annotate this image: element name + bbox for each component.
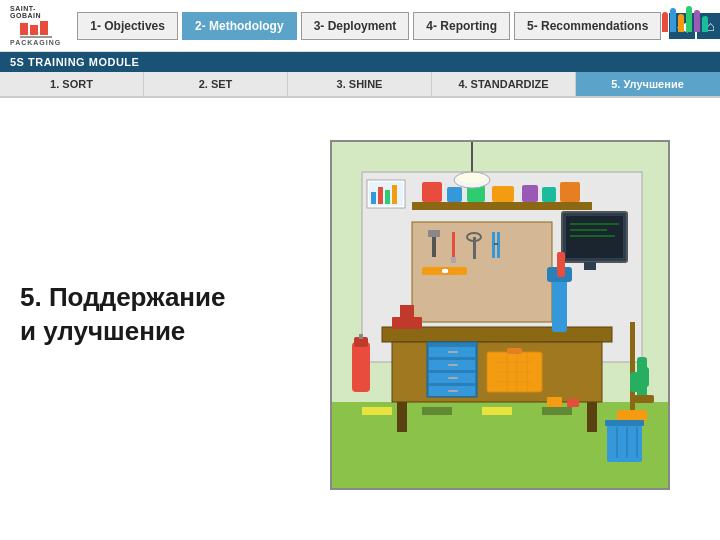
workshop-svg bbox=[332, 142, 670, 490]
main-title-line2: и улучшение bbox=[20, 315, 280, 349]
btn-reporting[interactable]: 4- Reporting bbox=[413, 12, 510, 40]
svg-rect-17 bbox=[447, 187, 462, 202]
svg-rect-53 bbox=[507, 348, 522, 354]
svg-rect-85 bbox=[378, 187, 383, 204]
bottle-4 bbox=[686, 6, 692, 32]
btn-objectives[interactable]: 1- Objectives bbox=[77, 12, 178, 40]
svg-point-40 bbox=[441, 268, 449, 274]
svg-rect-50 bbox=[448, 377, 458, 379]
header: SAINT-GOBAIN PACKAGING 1- Objectives 2- … bbox=[0, 0, 720, 52]
svg-rect-62 bbox=[557, 252, 565, 277]
svg-rect-86 bbox=[385, 190, 390, 204]
main-content: 5. Поддержание и улучшение bbox=[0, 98, 720, 522]
svg-rect-31 bbox=[428, 230, 440, 237]
logo-bottom-text: PACKAGING bbox=[10, 39, 61, 46]
right-panel bbox=[300, 118, 700, 512]
svg-rect-7 bbox=[422, 407, 452, 415]
main-title-line1: 5. Поддержание bbox=[20, 281, 280, 315]
bottle-2 bbox=[670, 8, 676, 32]
bottle-6 bbox=[702, 16, 708, 32]
svg-rect-76 bbox=[605, 420, 644, 426]
logo-top-text: SAINT-GOBAIN bbox=[10, 5, 61, 19]
svg-rect-11 bbox=[382, 327, 612, 342]
svg-rect-42 bbox=[400, 305, 414, 319]
svg-rect-0 bbox=[20, 23, 28, 35]
svg-rect-33 bbox=[451, 257, 456, 263]
svg-rect-51 bbox=[448, 390, 458, 392]
tab-shine[interactable]: 3. SHINE bbox=[288, 72, 432, 96]
svg-rect-32 bbox=[452, 232, 455, 260]
svg-rect-2 bbox=[40, 21, 48, 35]
btn-recommendations[interactable]: 5- Recommendations bbox=[514, 12, 661, 40]
module-bar: 5S TRAINING MODULE bbox=[0, 52, 720, 72]
svg-rect-36 bbox=[492, 232, 495, 258]
svg-rect-20 bbox=[522, 185, 538, 202]
svg-rect-28 bbox=[584, 262, 596, 270]
tab-set[interactable]: 2. SET bbox=[144, 72, 288, 96]
svg-rect-68 bbox=[359, 334, 363, 339]
logo-area: SAINT-GOBAIN PACKAGING bbox=[10, 5, 61, 46]
sub-tabs: 1. SORT 2. SET 3. SHINE 4. STANDARDIZE 5… bbox=[0, 72, 720, 98]
svg-rect-6 bbox=[362, 407, 392, 415]
svg-rect-24 bbox=[566, 216, 623, 258]
module-bar-label: 5S TRAINING MODULE bbox=[10, 56, 139, 68]
tab-standardize[interactable]: 4. STANDARDIZE bbox=[432, 72, 576, 96]
svg-rect-14 bbox=[587, 402, 597, 432]
svg-rect-72 bbox=[630, 372, 640, 392]
svg-rect-81 bbox=[567, 399, 579, 407]
svg-point-65 bbox=[458, 173, 486, 183]
svg-rect-48 bbox=[448, 351, 458, 353]
tab-sort[interactable]: 1. SORT bbox=[0, 72, 144, 96]
svg-rect-22 bbox=[560, 182, 580, 202]
bottle-1 bbox=[662, 12, 668, 32]
bottles-decoration bbox=[662, 6, 708, 32]
workshop-illustration bbox=[330, 140, 670, 490]
svg-rect-16 bbox=[422, 182, 442, 202]
svg-rect-21 bbox=[542, 187, 556, 202]
svg-rect-8 bbox=[482, 407, 512, 415]
svg-rect-87 bbox=[392, 185, 397, 204]
svg-rect-49 bbox=[448, 364, 458, 366]
svg-rect-19 bbox=[492, 186, 514, 202]
bottle-5 bbox=[694, 10, 700, 32]
svg-rect-66 bbox=[352, 342, 370, 392]
svg-rect-1 bbox=[30, 25, 38, 35]
svg-rect-84 bbox=[371, 192, 376, 204]
svg-rect-15 bbox=[412, 202, 592, 210]
svg-rect-9 bbox=[542, 407, 572, 415]
tab-improve[interactable]: 5. Улучшение bbox=[576, 72, 720, 96]
svg-rect-74 bbox=[634, 395, 654, 403]
bottle-3 bbox=[678, 14, 684, 32]
main-title: 5. Поддержание и улучшение bbox=[20, 281, 280, 349]
svg-rect-35 bbox=[473, 237, 476, 259]
btn-methodology[interactable]: 2- Methodology bbox=[182, 12, 297, 40]
nav-buttons: 1- Objectives 2- Methodology 3- Deployme… bbox=[77, 12, 661, 40]
svg-rect-13 bbox=[397, 402, 407, 432]
logo-icon bbox=[18, 19, 54, 39]
btn-deployment[interactable]: 3- Deployment bbox=[301, 12, 410, 40]
svg-rect-73 bbox=[639, 367, 649, 387]
svg-rect-80 bbox=[547, 397, 562, 407]
svg-rect-37 bbox=[497, 232, 500, 258]
left-panel: 5. Поддержание и улучшение bbox=[20, 118, 280, 512]
